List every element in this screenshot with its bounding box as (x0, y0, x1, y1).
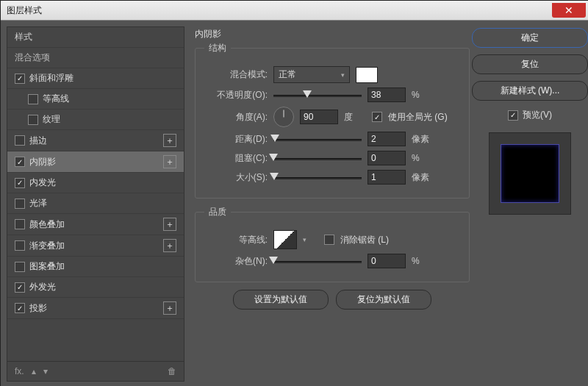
angle-label: 角度(A): (204, 111, 268, 124)
group-structure-legend: 结构 (204, 42, 231, 54)
titlebar[interactable]: 图层样式 ✕ (1, 1, 588, 21)
opacity-label: 不透明度(O): (204, 89, 268, 101)
size-input[interactable] (368, 170, 406, 185)
effect-label: 斜面和浮雕 (29, 72, 74, 85)
group-structure: 结构 混合模式: 正常 ▾ 不透明度(O): % 角度(A): (195, 42, 470, 199)
angle-dial[interactable] (273, 107, 294, 127)
layer-style-dialog: 图层样式 ✕ 样式 混合选项 斜面和浮雕等高线纹理描边＋内阴影＋内发光光泽颜色叠… (0, 0, 588, 386)
add-effect-icon[interactable]: ＋ (163, 218, 176, 231)
distance-unit: 像素 (412, 133, 434, 146)
antialias-label: 消除锯齿 (L) (340, 234, 389, 246)
blend-mode-label: 混合模式: (204, 68, 268, 81)
effect-label: 渐变叠加 (29, 240, 65, 252)
effect-checkbox[interactable] (15, 135, 25, 146)
effect-label: 内发光 (29, 176, 56, 189)
sidebar-item-4[interactable]: 内阴影＋ (7, 151, 184, 173)
effect-checkbox[interactable] (15, 303, 25, 313)
move-down-icon[interactable]: ▾ (43, 366, 48, 376)
effect-checkbox[interactable] (15, 199, 25, 209)
group-quality-legend: 品质 (204, 206, 231, 218)
group-quality: 品质 等高线: ▾ 消除锯齿 (L) 杂色(N): % (195, 206, 470, 282)
effect-label: 光泽 (29, 197, 47, 210)
blend-mode-select[interactable]: 正常 ▾ (273, 66, 350, 83)
noise-slider[interactable] (273, 256, 362, 266)
sidebar-item-0[interactable]: 斜面和浮雕 (7, 68, 184, 89)
preview-label: 预览(V) (523, 109, 552, 121)
noise-label: 杂色(N): (204, 255, 268, 268)
effect-label: 纹理 (43, 113, 60, 126)
choke-unit: % (412, 153, 434, 163)
sidebar-item-5[interactable]: 内发光 (7, 173, 184, 193)
size-label: 大小(S): (204, 171, 268, 184)
contour-label: 等高线: (204, 234, 268, 246)
choke-label: 阻塞(C): (204, 152, 268, 165)
effect-checkbox[interactable] (15, 157, 25, 167)
effect-label: 外发光 (29, 281, 56, 293)
close-icon: ✕ (564, 4, 573, 16)
chevron-down-icon[interactable]: ▾ (303, 236, 306, 243)
add-effect-icon[interactable]: ＋ (163, 155, 176, 168)
add-effect-icon[interactable]: ＋ (163, 301, 176, 315)
opacity-input[interactable] (368, 87, 406, 102)
effect-checkbox[interactable] (15, 178, 25, 188)
angle-input[interactable] (300, 110, 338, 124)
effect-label: 投影 (29, 302, 47, 315)
new-style-button[interactable]: 新建样式 (W)... (472, 81, 588, 101)
sidebar-item-7[interactable]: 颜色叠加＋ (7, 214, 184, 235)
effect-label: 颜色叠加 (29, 218, 65, 231)
size-unit: 像素 (412, 171, 434, 184)
global-light-checkbox[interactable] (372, 112, 382, 122)
sidebar-item-1[interactable]: 等高线 (7, 89, 184, 110)
sidebar-item-6[interactable]: 光泽 (7, 193, 184, 214)
sidebar-heading-styles[interactable]: 样式 (7, 27, 184, 48)
make-default-button[interactable]: 设置为默认值 (233, 290, 329, 310)
trash-icon[interactable]: 🗑 (168, 366, 176, 376)
distance-slider[interactable] (273, 134, 362, 144)
effect-checkbox[interactable] (15, 240, 25, 251)
close-button[interactable]: ✕ (552, 3, 586, 18)
blend-mode-value: 正常 (279, 68, 296, 81)
sidebar-item-2[interactable]: 纹理 (7, 110, 184, 130)
sidebar-item-11[interactable]: 投影＋ (7, 298, 184, 319)
effect-checkbox[interactable] (28, 94, 38, 104)
choke-input[interactable] (368, 151, 406, 165)
preview-checkbox[interactable] (508, 110, 518, 121)
antialias-checkbox[interactable] (324, 235, 334, 245)
add-effect-icon[interactable]: ＋ (163, 134, 176, 147)
add-effect-icon[interactable]: ＋ (163, 239, 176, 252)
effect-label: 内阴影 (29, 156, 56, 168)
sidebar-heading-blending[interactable]: 混合选项 (7, 48, 184, 68)
effect-checkbox[interactable] (15, 262, 25, 272)
reset-default-button[interactable]: 复位为默认值 (336, 290, 431, 310)
global-light-label: 使用全局光 (G) (388, 111, 448, 124)
effect-checkbox[interactable] (28, 115, 38, 125)
distance-label: 距离(D): (204, 133, 268, 146)
sidebar-item-9[interactable]: 图案叠加 (7, 257, 184, 277)
window-title: 图层样式 (1, 4, 42, 17)
effect-checkbox[interactable] (15, 219, 25, 229)
effects-sidebar: 样式 混合选项 斜面和浮雕等高线纹理描边＋内阴影＋内发光光泽颜色叠加＋渐变叠加＋… (7, 26, 184, 382)
opacity-unit: % (412, 90, 434, 100)
shadow-color-swatch[interactable] (356, 67, 378, 83)
ok-button[interactable]: 确定 (472, 28, 588, 48)
sidebar-item-8[interactable]: 渐变叠加＋ (7, 235, 184, 257)
preview-box (489, 132, 571, 215)
effect-checkbox[interactable] (15, 282, 25, 293)
effect-label: 图案叠加 (29, 260, 65, 273)
opacity-slider[interactable] (273, 90, 362, 100)
sidebar-item-10[interactable]: 外发光 (7, 277, 184, 298)
choke-slider[interactable] (273, 153, 362, 163)
fx-menu-icon[interactable]: fx. (15, 366, 24, 376)
effect-checkbox[interactable] (15, 74, 25, 84)
noise-input[interactable] (368, 254, 406, 268)
preview-swatch (501, 144, 559, 203)
effect-label: 描边 (29, 135, 47, 147)
size-slider[interactable] (273, 172, 362, 182)
distance-input[interactable] (368, 132, 406, 146)
settings-panel: 内阴影 结构 混合模式: 正常 ▾ 不透明度(O): % (184, 21, 477, 386)
sidebar-footer: fx. ▴ ▾ 🗑 (7, 361, 184, 381)
contour-picker[interactable] (273, 230, 297, 249)
move-up-icon[interactable]: ▴ (32, 366, 36, 376)
cancel-button[interactable]: 复位 (472, 54, 588, 74)
sidebar-item-3[interactable]: 描边＋ (7, 130, 184, 151)
